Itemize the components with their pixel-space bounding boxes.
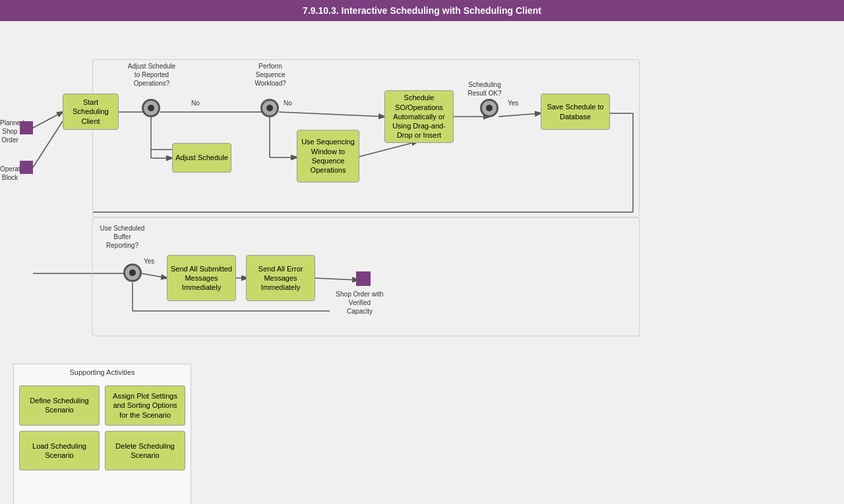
planned-shop-label: Planned Shop Order [0,119,20,144]
svg-line-1 [33,121,63,167]
decision-1 [142,99,160,117]
no-label-2: No [284,99,292,107]
dec2-label: Perform Sequence Workload? [244,62,297,88]
supporting-item-2[interactable]: Load Scheduling Scenario [19,431,100,470]
planned-shop-order-block [20,121,33,134]
save-schedule-box[interactable]: Save Schedule to Database [541,94,610,130]
start-scheduling-client-box[interactable]: Start Scheduling Client [63,94,119,130]
svg-line-19 [313,278,358,280]
supporting-title: Supporting Activities [14,364,191,380]
yes-label-2: Yes [144,257,154,266]
page-header: 7.9.10.3. Interactive Scheduling with Sc… [0,0,844,21]
header-title: 7.9.10.3. Interactive Scheduling with Sc… [303,5,541,16]
svg-line-0 [33,112,63,128]
supporting-item-1[interactable]: Assign Plot Settings and Sorting Options… [105,385,185,426]
decision-4 [123,264,142,282]
use-sequencing-box[interactable]: Use Sequencing Window to Sequence Operat… [297,130,359,182]
dec1-label: Adjust Schedule to Reported Operations? [125,62,178,88]
no-label-1: No [191,99,200,107]
dec3-label: Scheduling Result OK? [458,80,511,98]
decision-2 [260,99,279,117]
shop-order-verified-label: Shop Order with Verified Capacity [335,290,384,316]
adjust-schedule-box[interactable]: Adjust Schedule [172,143,231,173]
supporting-item-0[interactable]: Define Scheduling Scenario [19,385,100,426]
shop-order-capacity-block [356,271,371,286]
supporting-activities-panel: Supporting Activities Define Scheduling … [13,364,191,504]
operation-block [20,161,33,174]
operation-block-label: Operation Block [0,165,20,182]
send-error-box[interactable]: Send All Error Messages Immediately [246,255,315,301]
supporting-grid: Define Scheduling Scenario Assign Plot S… [14,380,191,476]
svg-line-17 [142,273,167,278]
decision-3 [480,99,498,117]
diagram-area: Adjust Schedule to Reported Operations? … [0,21,844,502]
schedule-so-box[interactable]: Schedule SO/Operations Automatically or … [384,90,454,143]
supporting-item-3[interactable]: Delete Scheduling Scenario [105,431,185,470]
send-submitted-box[interactable]: Send All Submitted Messages Immediately [167,255,236,301]
yes-label-1: Yes [508,99,518,107]
buffer-reporting-label: Use Scheduled Buffer Reporting? [98,224,147,250]
